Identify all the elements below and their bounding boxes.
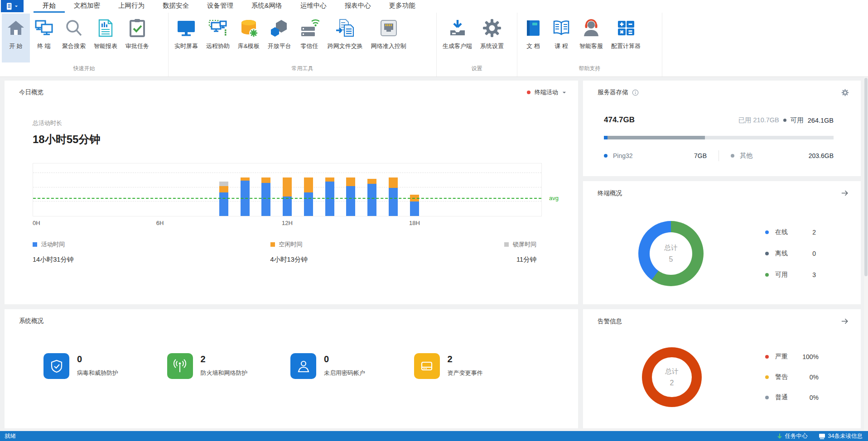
legend-value: 4小时13分钟 (270, 255, 308, 264)
ribbon-item-course-book[interactable]: 课 程 (547, 14, 575, 62)
calculator-icon (616, 18, 636, 38)
ribbon-item-calculator[interactable]: 配置计算器 (607, 14, 645, 62)
system-stat-4: 2资产变更事件 (414, 353, 538, 379)
menu-tab-6[interactable]: 系统&网络 (242, 0, 291, 13)
terminal-total-label: 总计 (664, 244, 678, 252)
storage-free-value: 264.1GB (808, 117, 834, 124)
legend-dot (765, 252, 769, 255)
storage-item-2: 其他203.6GB (731, 152, 834, 160)
menu-tab-1[interactable]: 开始 (34, 0, 65, 13)
zero-trust-icon (299, 18, 319, 38)
ribbon-item-label: 跨网文件交换 (328, 42, 363, 50)
server-storage-title: 服务器存储 (598, 88, 628, 96)
menu-tab-5[interactable]: 设备管理 (198, 0, 242, 13)
storage-item-label: Ping32 (613, 152, 633, 159)
search-icon (64, 18, 84, 38)
ribbon-item-generate-client[interactable]: 生成客户端 (439, 14, 476, 62)
activity-bar-chart: avg (33, 163, 542, 216)
chart-bar-11h (261, 177, 270, 216)
menu-tab-9[interactable]: 更多功能 (380, 0, 424, 13)
terminal-overview-link[interactable] (840, 189, 849, 197)
system-stat-value: 0 (77, 354, 118, 364)
chart-bar-segment (389, 188, 398, 216)
ribbon-item-label: 开 始 (9, 42, 23, 50)
storage-item-value: 7GB (694, 152, 707, 159)
chart-bar-14h (325, 177, 334, 216)
storage-item-label: 其他 (740, 152, 752, 160)
legend-item-1: 活动时间14小时31分钟 (33, 240, 73, 264)
storage-segment-Ping32 (604, 136, 608, 139)
menu-tab-2[interactable]: 文档加密 (65, 0, 109, 13)
storage-item-value: 203.6GB (809, 152, 834, 159)
storage-item-1: Ping327GB (604, 152, 707, 159)
ribbon-group-label: 常用工具 (169, 62, 436, 76)
ribbon-item-library-template[interactable]: 库&模板 (234, 14, 264, 62)
menu-tab-4[interactable]: 数据安全 (154, 0, 198, 13)
menu-tab-3[interactable]: 上网行为 (109, 0, 154, 13)
ribbon-item-remote-assist[interactable]: 远程协助 (202, 14, 234, 62)
user-account-icon (290, 353, 316, 379)
scrollbar-thumb[interactable] (864, 78, 868, 276)
ribbon-item-label: 开放平台 (268, 42, 291, 50)
ribbon-item-terminal[interactable]: 终 端 (30, 14, 58, 62)
ribbon-item-label: 聚合搜索 (62, 42, 86, 50)
chart-bar-segment (325, 182, 334, 216)
legend-item-3: 锁屏时间11分钟 (504, 240, 536, 264)
chart-bar-segment (283, 177, 292, 197)
storage-settings-button[interactable] (841, 89, 849, 96)
unread-messages-button[interactable]: 34条未读信息 (819, 432, 863, 440)
generate-client-icon (448, 18, 468, 38)
ribbon-item-report[interactable]: 智能报表 (90, 14, 121, 62)
system-stat-label: 防火墙和网络防护 (201, 369, 248, 377)
ribbon-item-file-exchange[interactable]: 跨网文件交换 (323, 14, 367, 62)
home-icon (6, 18, 26, 38)
ribbon-item-gear[interactable]: 系统设置 (476, 14, 508, 62)
ribbon-item-label: 智能报表 (94, 42, 117, 50)
ribbon-item-label: 生成客户端 (443, 42, 472, 50)
storage-item-dot (604, 154, 608, 158)
vertical-scrollbar[interactable] (864, 77, 868, 431)
network-access-icon (379, 18, 399, 38)
chart-bar-17h (389, 177, 398, 216)
chart-bar-segment (410, 201, 419, 216)
menu-tab-8[interactable]: 报表中心 (336, 0, 380, 13)
ribbon-item-label: 系统设置 (480, 42, 504, 50)
caret-down-icon (14, 5, 18, 8)
app-menu-button[interactable] (1, 0, 24, 12)
menu-tab-7[interactable]: 运维中心 (291, 0, 336, 13)
chart-bar-segment (283, 197, 292, 216)
status-bar: 就绪 任务中心 34条未读信息 (0, 431, 868, 441)
legend-value: 100% (802, 353, 819, 360)
ribbon-empty-space (662, 13, 868, 77)
legend-value: 2 (812, 229, 816, 236)
ribbon-item-network-access[interactable]: 网络准入控制 (367, 14, 410, 62)
ribbon-item-realtime-screen[interactable]: 实时屏幕 (170, 14, 202, 62)
chart-avg-line: avg (33, 198, 541, 199)
ribbon-group-label: 帮助支持 (517, 62, 662, 76)
chart-x-axis: 0H6H12H18H (33, 220, 542, 228)
ribbon-item-label: 库&模板 (238, 42, 260, 50)
activity-dropdown-label: 终端活动 (535, 88, 558, 96)
info-icon[interactable] (632, 89, 639, 96)
ribbon-item-zero-trust[interactable]: 零信任 (295, 14, 323, 62)
chevron-down-icon (562, 91, 566, 95)
task-center-button[interactable]: 任务中心 (777, 432, 808, 440)
ribbon-item-open-platform[interactable]: 开放平台 (264, 14, 295, 62)
terminal-legend: 在线2离线0可用3 (765, 228, 816, 279)
alert-info-link[interactable] (840, 317, 849, 326)
left-column: 今日概览 终端活动 总活动时长 18小时55分钟 avg 0H6H12H18H … (5, 81, 578, 428)
ribbon-item-customer-service[interactable]: 智能客服 (575, 14, 607, 62)
ribbon-item-label: 网络准入控制 (371, 42, 406, 50)
ribbon-item-search[interactable]: 聚合搜索 (58, 14, 90, 62)
activity-type-dropdown[interactable]: 终端活动 (527, 88, 566, 96)
chart-bar-segment (389, 177, 398, 188)
chart-bar-segment (241, 177, 250, 181)
legend-dot (765, 273, 769, 277)
alert-info-title: 告警信息 (598, 317, 622, 326)
system-stat-2: 2防火墙和网络防护 (167, 353, 291, 379)
ribbon-item-home[interactable]: 开 始 (2, 14, 30, 62)
terminal-icon (34, 18, 54, 38)
download-arrow-icon (777, 433, 782, 440)
ribbon-item-approval-task[interactable]: 审批任务 (121, 14, 153, 62)
ribbon-item-document-book[interactable]: 文 档 (519, 14, 547, 62)
